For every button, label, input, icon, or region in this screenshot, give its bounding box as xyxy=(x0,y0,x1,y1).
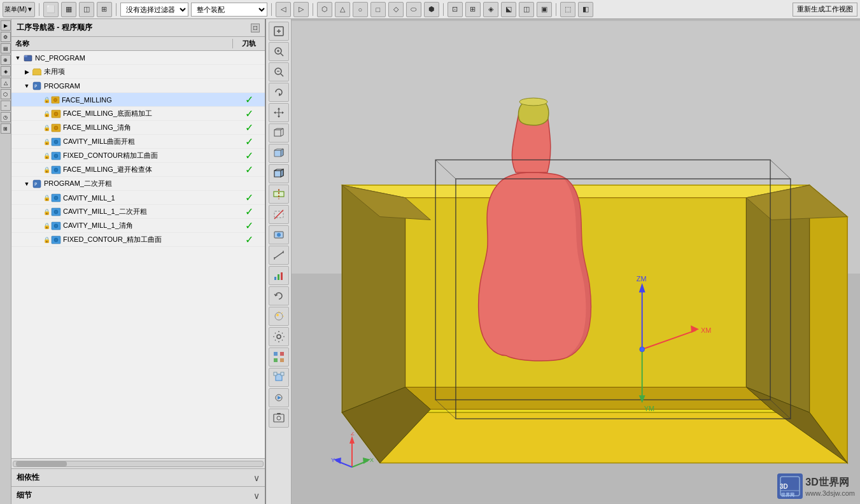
svg-marker-2 xyxy=(32,69,41,75)
rt-btn-rotate[interactable] xyxy=(269,83,289,102)
left-icon-9[interactable]: ◷ xyxy=(1,112,11,122)
pan-icon xyxy=(272,106,285,119)
tree-item-program-2[interactable]: ▼ P PROGRAM_二次开粗 xyxy=(11,177,265,191)
tree-item-cavity-mill-1-rough[interactable]: 🔒 CAVITY_MILL_1_二次开粗 ✓ xyxy=(11,205,265,219)
rt-btn-pan[interactable] xyxy=(269,103,289,122)
view-btn-3[interactable]: ○ xyxy=(353,2,368,17)
tree-item-root[interactable]: ▼ NC_PROGRAM xyxy=(11,51,265,65)
tree-item-fixed-contour[interactable]: 🔒 FIXED_CONTOUR精加工曲面 ✓ xyxy=(11,149,265,163)
left-icon-path: ~ xyxy=(4,103,7,109)
svg-point-48 xyxy=(277,233,281,237)
more-icon-2: ⊞ xyxy=(470,5,476,13)
tb-btn-4[interactable]: ⊞ xyxy=(97,2,112,17)
view-btn-4[interactable]: □ xyxy=(370,2,386,17)
view-btn-7[interactable]: ⬢ xyxy=(424,2,439,17)
left-icon-4[interactable]: ⊕ xyxy=(1,55,11,65)
expand-program[interactable]: ▼ xyxy=(23,82,31,90)
assembly-select[interactable]: 整个装配 xyxy=(191,3,267,17)
more-btn-6[interactable]: ▣ xyxy=(537,2,552,17)
expand-root[interactable]: ▼ xyxy=(14,54,22,62)
detail-panel[interactable]: 细节 ∨ xyxy=(11,486,265,504)
left-icon-2[interactable]: ⚙ xyxy=(1,32,11,42)
more-btn-3[interactable]: ◈ xyxy=(483,2,498,17)
rt-btn-wireframe[interactable] xyxy=(269,123,289,143)
more-btn-5[interactable]: ◫ xyxy=(519,2,534,17)
scene-svg: ZM XM YM xyxy=(292,19,860,504)
fm-clean-status: ✓ xyxy=(233,122,265,134)
tree-item-cavity-mill-1-clean[interactable]: 🔒 CAVITY_MILL_1_清角 ✓ xyxy=(11,219,265,233)
svg-text:3D: 3D xyxy=(780,483,788,490)
view-btn-1[interactable]: ⬡ xyxy=(317,2,332,17)
viewport[interactable]: ZM XM YM Z X Y xyxy=(292,19,860,504)
scrollbar-thumb[interactable] xyxy=(16,461,67,466)
rt-btn-analysis[interactable] xyxy=(269,266,289,285)
rt-btn-fit[interactable] xyxy=(269,22,289,41)
tree-container[interactable]: ▼ NC_PROGRAM ▶ 未用项 xyxy=(11,51,265,458)
tree-item-face-milling-avoid[interactable]: 🔒 FACE_MILLING_避开检查体 ✓ xyxy=(11,163,265,177)
left-icon-3[interactable]: ▤ xyxy=(1,43,11,53)
divider-6 xyxy=(556,3,556,16)
rt-btn-section[interactable] xyxy=(269,185,289,204)
more-btn-4[interactable]: ⬕ xyxy=(501,2,516,17)
rt-btn-explode[interactable] xyxy=(269,347,289,367)
rt-btn-measure[interactable] xyxy=(269,246,289,265)
rt-btn-show[interactable] xyxy=(269,225,289,244)
tree-item-fixed-contour-finish[interactable]: 🔒 FIXED_CONTOUR_精加工曲面 ✓ xyxy=(11,233,265,247)
tree-item-cavity-mill-1[interactable]: 🔒 CAVITY_MILL_1 ✓ xyxy=(11,191,265,205)
view-btn-5[interactable]: ◇ xyxy=(388,2,404,17)
rt-btn-zoom-in[interactable] xyxy=(269,42,289,61)
tree-item-unused[interactable]: ▶ 未用项 xyxy=(11,65,265,79)
left-icon-8[interactable]: ~ xyxy=(1,101,11,111)
svg-text:P: P xyxy=(34,182,37,187)
rt-btn-shaded-edges[interactable] xyxy=(269,164,289,183)
hide-icon xyxy=(272,208,285,221)
face-milling-status: ✓ xyxy=(233,94,265,106)
svg-rect-69 xyxy=(277,413,281,414)
tree-item-face-milling-bottom[interactable]: 🔒 FACE_MILLING_底面精加工 ✓ xyxy=(11,107,265,121)
rt-btn-motion[interactable] xyxy=(269,388,289,407)
left-icon-10[interactable]: ⊞ xyxy=(1,123,11,134)
svg-rect-58 xyxy=(274,352,278,356)
more-btn-1[interactable]: ⊡ xyxy=(448,2,463,17)
more-btn-2[interactable]: ⊞ xyxy=(465,2,481,17)
detail-label: 细节 xyxy=(17,490,32,501)
tree-item-face-milling-clean[interactable]: 🔒 FACE_MILLING_清角 ✓ xyxy=(11,121,265,135)
more-btn-8[interactable]: ◧ xyxy=(578,2,593,17)
tree-item-face-milling[interactable]: 🔒 FACE_MILLING ✓ xyxy=(11,93,265,107)
rt-btn-render[interactable] xyxy=(269,307,289,326)
rt-btn-zoom-out[interactable] xyxy=(269,62,289,81)
rt-btn-refresh[interactable] xyxy=(269,286,289,305)
tb-btn-1[interactable]: ⬜ xyxy=(43,2,59,17)
nav-btn-1[interactable]: ◁ xyxy=(276,2,291,17)
more-icon-4: ⬕ xyxy=(505,5,512,13)
view-btn-6[interactable]: ⬭ xyxy=(406,2,421,17)
view-btn-2[interactable]: △ xyxy=(335,2,350,17)
navigator-header: 工序导航器 - 程序顺序 □ xyxy=(11,19,265,37)
menu-button[interactable]: 菜单(M)▼ xyxy=(3,2,35,17)
regen-button[interactable]: 重新生成工作视图 xyxy=(793,3,857,17)
dependency-panel[interactable]: 相依性 ∨ xyxy=(11,468,265,486)
left-icon-5[interactable]: ◈ xyxy=(1,66,11,76)
tb-icon-1: ⬜ xyxy=(46,5,55,13)
left-icon-7[interactable]: ⬡ xyxy=(1,89,11,99)
more-btn-7[interactable]: ⬚ xyxy=(560,2,575,17)
rt-btn-capture[interactable] xyxy=(269,409,289,428)
rt-btn-settings[interactable] xyxy=(269,327,289,346)
nav-btn-2[interactable]: ▷ xyxy=(293,2,309,17)
tree-item-cavity-mill-rough[interactable]: 🔒 CAVITY_MILL曲面开粗 ✓ xyxy=(11,135,265,149)
rt-btn-shaded[interactable] xyxy=(269,144,289,163)
left-icon-6[interactable]: △ xyxy=(1,78,11,88)
expand-cm-rough xyxy=(34,138,42,146)
expand-program-2[interactable]: ▼ xyxy=(23,180,31,188)
tb-btn-3[interactable]: ◫ xyxy=(79,2,94,17)
rt-btn-hide[interactable] xyxy=(269,205,289,224)
left-icon-1[interactable]: ▶ xyxy=(1,20,11,31)
tree-item-program[interactable]: ▼ P PROGRAM xyxy=(11,79,265,93)
tree-scrollbar[interactable] xyxy=(11,458,265,468)
scrollbar-track[interactable] xyxy=(13,461,264,467)
navigator-close-button[interactable]: □ xyxy=(251,24,260,32)
expand-unused[interactable]: ▶ xyxy=(23,68,31,76)
tb-btn-2[interactable]: ▦ xyxy=(61,2,76,17)
rt-btn-assembly[interactable] xyxy=(269,368,289,387)
filter-select[interactable]: 没有选择过滤器 xyxy=(120,3,188,17)
